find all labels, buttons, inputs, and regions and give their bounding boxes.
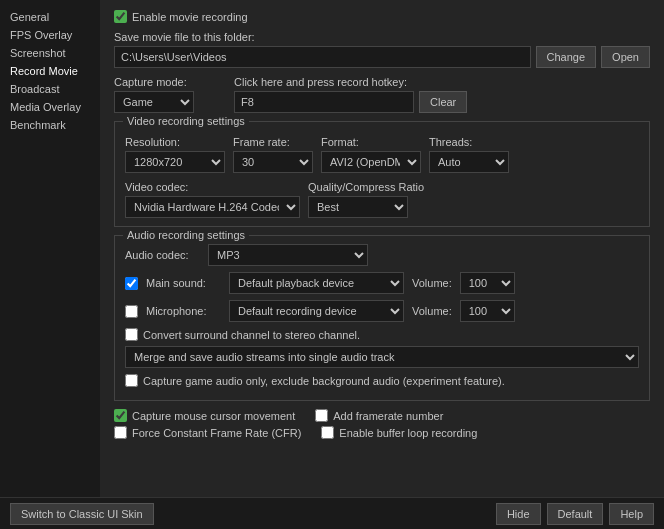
video-codec-col: Video codec: Nvidia Hardware H.264 Codec… (125, 181, 300, 218)
framerate-select[interactable]: 30 60 120 (233, 151, 313, 173)
clear-button[interactable]: Clear (419, 91, 467, 113)
framerate-label: Frame rate: (233, 136, 313, 148)
microphone-checkbox[interactable] (125, 305, 138, 318)
quality-select[interactable]: Best High Medium Low (308, 196, 408, 218)
buffer-check-item: Enable buffer loop recording (321, 426, 477, 439)
mic-volume-select[interactable]: 100 80 60 (460, 300, 515, 322)
enable-row: Enable movie recording (114, 10, 650, 23)
capture-game-audio-row: Capture game audio only, exclude backgro… (125, 374, 639, 387)
open-button[interactable]: Open (601, 46, 650, 68)
cursor-check-item: Capture mouse cursor movement (114, 409, 295, 422)
main-content: Enable movie recording Save movie file t… (100, 0, 664, 529)
video-group: Video recording settings Resolution: 128… (114, 121, 650, 227)
sidebar-item-broadcast[interactable]: Broadcast (0, 80, 100, 98)
threads-label: Threads: (429, 136, 509, 148)
mic-volume-label: Volume: (412, 305, 452, 317)
cfr-check-item: Force Constant Frame Rate (CFR) (114, 426, 301, 439)
audio-group-title: Audio recording settings (123, 229, 249, 241)
vrs-row2: Video codec: Nvidia Hardware H.264 Codec… (125, 181, 639, 218)
framerate-num-checkbox[interactable] (315, 409, 328, 422)
format-select[interactable]: AVI2 (OpenDML) MP4 (321, 151, 421, 173)
sidebar-item-fps-overlay[interactable]: FPS Overlay (0, 26, 100, 44)
format-label: Format: (321, 136, 421, 148)
audio-group: Audio recording settings Audio codec: MP… (114, 235, 650, 401)
sidebar-item-media-overlay[interactable]: Media Overlay (0, 98, 100, 116)
sidebar-item-general[interactable]: General (0, 8, 100, 26)
surround-row: Convert surround channel to stereo chann… (125, 328, 639, 341)
capture-section: Capture mode: Game Desktop (114, 76, 194, 113)
main-volume-label: Volume: (412, 277, 452, 289)
main-sound-checkbox[interactable] (125, 277, 138, 290)
audio-codec-select[interactable]: MP3 AAC PCM (208, 244, 368, 266)
capture-mode-select[interactable]: Game Desktop (114, 91, 194, 113)
cfr-label: Force Constant Frame Rate (CFR) (132, 427, 301, 439)
surround-label: Convert surround channel to stereo chann… (143, 329, 360, 341)
footer-btns: Hide Default Help (496, 503, 654, 525)
classic-skin-button[interactable]: Switch to Classic UI Skin (10, 503, 154, 525)
sidebar-item-screenshot[interactable]: Screenshot (0, 44, 100, 62)
folder-row: Change Open (114, 46, 650, 68)
quality-col: Quality/Compress Ratio Best High Medium … (308, 181, 424, 218)
main-sound-row: Main sound: Default playback device Volu… (125, 272, 639, 294)
resolution-col: Resolution: 1280x720 1920x1080 Native (125, 136, 225, 173)
buffer-label: Enable buffer loop recording (339, 427, 477, 439)
video-codec-select[interactable]: Nvidia Hardware H.264 Codec Software x26… (125, 196, 300, 218)
surround-checkbox[interactable] (125, 328, 138, 341)
check-row-1: Capture mouse cursor movement Add framer… (114, 409, 650, 422)
framerate-num-label: Add framerate number (333, 410, 443, 422)
cursor-checkbox[interactable] (114, 409, 127, 422)
buffer-checkbox[interactable] (321, 426, 334, 439)
sidebar-item-benchmark[interactable]: Benchmark (0, 116, 100, 134)
audio-codec-row: Audio codec: MP3 AAC PCM (125, 244, 639, 266)
footer: Switch to Classic UI Skin Hide Default H… (0, 497, 664, 529)
framerate-col: Frame rate: 30 60 120 (233, 136, 313, 173)
enable-label: Enable movie recording (132, 11, 248, 23)
main-sound-select[interactable]: Default playback device (229, 272, 404, 294)
cursor-label: Capture mouse cursor movement (132, 410, 295, 422)
enable-checkbox[interactable] (114, 10, 127, 23)
video-codec-label: Video codec: (125, 181, 300, 193)
microphone-row: Microphone: Default recording device Vol… (125, 300, 639, 322)
sidebar-item-record-movie[interactable]: Record Movie (0, 62, 100, 80)
default-button[interactable]: Default (547, 503, 604, 525)
framerate-num-check-item: Add framerate number (315, 409, 443, 422)
merge-select[interactable]: Merge and save audio streams into single… (125, 346, 639, 368)
vrs-grid: Resolution: 1280x720 1920x1080 Native Fr… (125, 136, 639, 173)
footer-left: Switch to Classic UI Skin (10, 503, 488, 525)
hotkey-inner: Clear (234, 91, 650, 113)
cfr-checkbox[interactable] (114, 426, 127, 439)
resolution-label: Resolution: (125, 136, 225, 148)
audio-codec-label: Audio codec: (125, 249, 200, 261)
quality-label: Quality/Compress Ratio (308, 181, 424, 193)
main-volume-select[interactable]: 100 80 60 (460, 272, 515, 294)
resolution-select[interactable]: 1280x720 1920x1080 Native (125, 151, 225, 173)
main-sound-label: Main sound: (146, 277, 221, 289)
capture-game-audio-checkbox[interactable] (125, 374, 138, 387)
microphone-label: Microphone: (146, 305, 221, 317)
save-folder-label: Save movie file to this folder: (114, 31, 650, 43)
capture-game-audio-label: Capture game audio only, exclude backgro… (143, 375, 505, 387)
hide-button[interactable]: Hide (496, 503, 541, 525)
hotkey-label: Click here and press record hotkey: (234, 76, 650, 88)
format-col: Format: AVI2 (OpenDML) MP4 (321, 136, 421, 173)
check-row-2: Force Constant Frame Rate (CFR) Enable b… (114, 426, 650, 439)
folder-input[interactable] (114, 46, 531, 68)
change-button[interactable]: Change (536, 46, 597, 68)
microphone-select[interactable]: Default recording device (229, 300, 404, 322)
video-group-title: Video recording settings (123, 115, 249, 127)
threads-col: Threads: Auto 1 2 4 (429, 136, 509, 173)
help-button[interactable]: Help (609, 503, 654, 525)
hotkey-input[interactable] (234, 91, 414, 113)
threads-select[interactable]: Auto 1 2 4 (429, 151, 509, 173)
capture-mode-row: Capture mode: Game Desktop Click here an… (114, 76, 650, 113)
bottom-checks: Capture mouse cursor movement Add framer… (114, 409, 650, 439)
capture-mode-label: Capture mode: (114, 76, 194, 88)
sidebar: General FPS Overlay Screenshot Record Mo… (0, 0, 100, 529)
hotkey-section: Click here and press record hotkey: Clea… (234, 76, 650, 113)
